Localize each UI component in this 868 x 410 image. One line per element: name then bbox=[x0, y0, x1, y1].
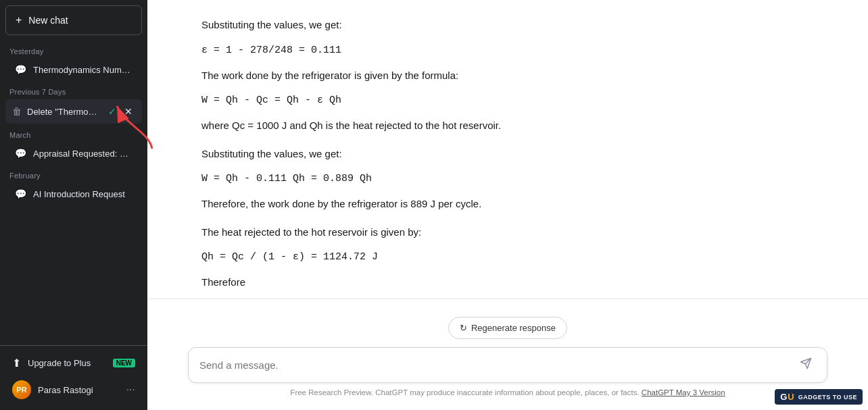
new-badge: NEW bbox=[113, 359, 135, 367]
msg-eq-6: W = Qh - 0.111 Qh = 0.889 Qh bbox=[201, 173, 814, 184]
section-march: March 💬 Appraisal Requested: Commi bbox=[0, 124, 147, 165]
msg-eq-1: ε = 1 - 278/248 = 0.111 bbox=[201, 45, 814, 56]
confirm-icons-group: ✓ ✕ bbox=[105, 105, 135, 118]
plus-icon: + bbox=[16, 14, 22, 26]
msg-text-10: Therefore bbox=[201, 274, 814, 288]
msg-block-5: Substituting the values, we get: bbox=[201, 145, 814, 163]
avatar-initials: PR bbox=[16, 386, 26, 394]
confirm-close-button[interactable]: ✕ bbox=[122, 105, 135, 118]
trash-icon: 🗑 bbox=[12, 106, 22, 117]
chat-icon-appraisal: 💬 bbox=[15, 148, 26, 159]
march-label: March bbox=[0, 124, 147, 142]
msg-block-9: Qh = Qc / (1 - ε) = 1124.72 J bbox=[201, 251, 814, 263]
msg-eq-3: W = Qh - Qc = Qh - ε Qh bbox=[201, 95, 814, 106]
delete-label: Delete "Thermodynam... bbox=[27, 107, 100, 117]
send-button[interactable] bbox=[796, 356, 816, 374]
upgrade-to-plus-item[interactable]: ⬆ Upgrade to Plus NEW bbox=[5, 351, 142, 375]
msg-block-4: where Qc = 1000 J and Qh is the heat rej… bbox=[201, 117, 814, 134]
new-chat-button[interactable]: + New chat bbox=[5, 5, 142, 35]
input-area bbox=[188, 347, 827, 383]
disclaimer-text: Free Research Preview. ChatGPT may produ… bbox=[188, 388, 827, 396]
msg-block-3: W = Qh - Qc = Qh - ε Qh bbox=[201, 95, 814, 106]
msg-block-10: Therefore bbox=[201, 274, 814, 288]
section-yesterday: Yesterday 💬 Thermodynamics Numerical C bbox=[0, 41, 147, 81]
msg-text-7: Therefore, the work done by the refriger… bbox=[201, 195, 814, 213]
user-name: Paras Rastogi bbox=[38, 385, 93, 395]
msg-block-7: Therefore, the work done by the refriger… bbox=[201, 195, 814, 213]
sidebar-bottom: ⬆ Upgrade to Plus NEW PR Paras Rastogi ·… bbox=[0, 345, 147, 410]
msg-block-2: The work done by the refrigerator is giv… bbox=[201, 67, 814, 84]
msg-eq-9: Qh = Qc / (1 - ε) = 1124.72 J bbox=[201, 251, 814, 263]
watermark-logo: GU bbox=[780, 392, 795, 402]
regenerate-icon: ↻ bbox=[460, 323, 467, 333]
msg-text-4: where Qc = 1000 J and Qh is the heat rej… bbox=[201, 117, 814, 134]
ai-intro-label: AI Introduction Request bbox=[33, 189, 132, 199]
disclaimer-prefix: Free Research Preview. ChatGPT may produ… bbox=[290, 388, 639, 396]
main-content: Substituting the values, we get: ε = 1 -… bbox=[147, 0, 868, 410]
sidebar: + New chat Yesterday 💬 Thermodynamics Nu… bbox=[0, 0, 147, 410]
thermo-numerical-label: Thermodynamics Numerical C bbox=[33, 65, 132, 75]
msg-text-5: Substituting the values, we get: bbox=[201, 145, 814, 163]
february-label: February bbox=[0, 165, 147, 182]
chat-divider bbox=[147, 299, 868, 299]
upgrade-icon: ⬆ bbox=[12, 357, 21, 369]
msg-text-2: The work done by the refrigerator is giv… bbox=[201, 67, 814, 84]
delete-confirm-item[interactable]: 🗑 Delete "Thermodynam... ✓ ✕ bbox=[5, 99, 142, 124]
send-icon bbox=[800, 357, 812, 369]
msg-block-8: The heat rejected to the hot reservoir i… bbox=[201, 224, 814, 241]
disclaimer-link[interactable]: ChatGPT May 3 Version bbox=[642, 388, 725, 396]
chat-messages: Substituting the values, we get: ε = 1 -… bbox=[147, 0, 868, 288]
regenerate-button[interactable]: ↻ Regenerate response bbox=[448, 317, 567, 339]
msg-block-1: ε = 1 - 278/248 = 0.111 bbox=[201, 45, 814, 56]
user-profile-item[interactable]: PR Paras Rastogi ··· bbox=[5, 375, 142, 405]
previous-7-days-label: Previous 7 Days bbox=[0, 81, 147, 99]
section-previous-7-days: Previous 7 Days 🗑 Delete "Thermodynam...… bbox=[0, 81, 147, 124]
chat-icon-ai-intro: 💬 bbox=[15, 188, 26, 199]
confirm-check-button[interactable]: ✓ bbox=[105, 105, 119, 118]
section-february: February 💬 AI Introduction Request bbox=[0, 165, 147, 205]
yesterday-label: Yesterday bbox=[0, 41, 147, 58]
chat-bottom: ↻ Regenerate response Free Research Prev… bbox=[147, 310, 868, 410]
message-input[interactable] bbox=[199, 359, 796, 371]
upgrade-label: Upgrade to Plus bbox=[28, 358, 91, 368]
msg-text-8: The heat rejected to the hot reservoir i… bbox=[201, 224, 814, 241]
msg-block-6: W = Qh - 0.111 Qh = 0.889 Qh bbox=[201, 173, 814, 184]
avatar: PR bbox=[12, 380, 31, 399]
sidebar-item-appraisal[interactable]: 💬 Appraisal Requested: Commi bbox=[5, 143, 142, 164]
watermark-subtext: GADGETS TO USE bbox=[798, 394, 857, 401]
msg-text-0: Substituting the values, we get: bbox=[201, 16, 814, 34]
watermark: GU GADGETS TO USE bbox=[775, 389, 863, 405]
sidebar-item-ai-intro[interactable]: 💬 AI Introduction Request bbox=[5, 183, 142, 205]
regenerate-label: Regenerate response bbox=[471, 323, 556, 333]
sidebar-item-thermo-numerical[interactable]: 💬 Thermodynamics Numerical C bbox=[5, 59, 142, 80]
chat-icon: 💬 bbox=[15, 64, 26, 75]
new-chat-label: New chat bbox=[28, 15, 68, 26]
three-dots-icon[interactable]: ··· bbox=[126, 384, 135, 396]
appraisal-label: Appraisal Requested: Commi bbox=[33, 149, 132, 159]
msg-block-0: Substituting the values, we get: bbox=[201, 16, 814, 34]
